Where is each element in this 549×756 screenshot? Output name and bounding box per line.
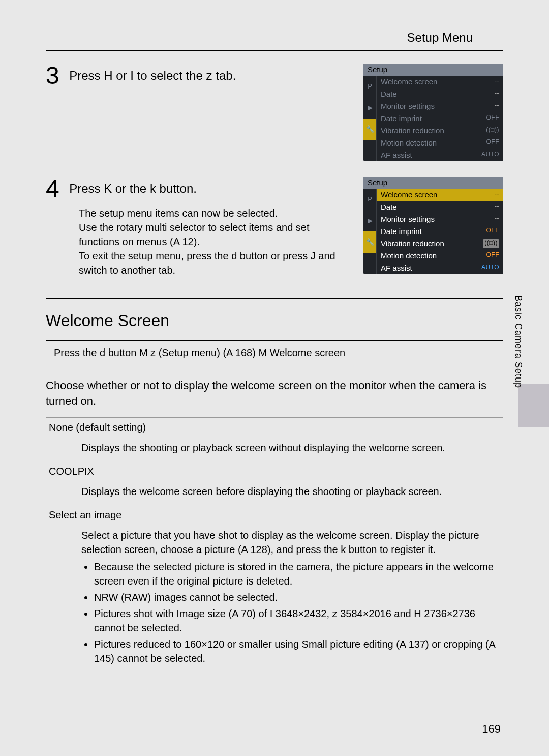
rule-mid (46, 298, 503, 299)
page-number: 169 (482, 722, 501, 736)
side-section-label: Basic Camera Setup (513, 295, 524, 388)
screen-tab-play: ▶ (363, 210, 377, 231)
step-body-line: To exit the setup menu, press the d butt… (79, 249, 351, 277)
screen-tab-empty (363, 253, 377, 274)
step-number: 3 (46, 64, 59, 88)
screen-title: Setup (363, 64, 503, 76)
step-heading: Press K or the k button. (69, 182, 197, 195)
section-intro: Choose whether or not to display the wel… (46, 378, 503, 410)
side-tab-marker (518, 384, 549, 427)
option-label: COOLPIX (46, 461, 503, 481)
option-desc: Select a picture that you have shot to d… (46, 525, 503, 674)
camera-screen-active: Setup P ▶ 🔧 Welcome screen-- Date-- Moni… (363, 177, 503, 274)
options-table: None (default setting) Displays the shoo… (46, 417, 503, 674)
step-body-line: The setup menu items can now be selected… (79, 206, 351, 220)
step-4: 4 Press K or the k button. The setup men… (46, 177, 503, 277)
option-row: Select an image Select a picture that yo… (46, 505, 503, 674)
option-bullet: Pictures shot with Image size (A 70) of … (94, 606, 500, 635)
option-label: None (default setting) (46, 418, 503, 438)
option-bullet: NRW (RAW) images cannot be selected. (94, 590, 500, 604)
step-number: 4 (46, 177, 59, 201)
step-body-line: Use the rotary multi selector to select … (79, 220, 351, 249)
option-row: None (default setting) Displays the shoo… (46, 417, 503, 461)
header-title: Setup Menu (46, 31, 503, 45)
step-heading: Press H or I to select the z tab. (69, 69, 236, 82)
screen-tab-wrench: 🔧 (363, 119, 377, 140)
option-label: Select an image (46, 505, 503, 525)
camera-screen-dim: Setup P ▶ 🔧 Welcome screen-- Date-- Moni… (363, 64, 503, 161)
rule-top (46, 50, 503, 51)
screen-tab-empty (363, 140, 377, 161)
section-title: Welcome Screen (46, 311, 503, 330)
breadcrumb: Press the d button M z (Setup menu) (A 1… (46, 340, 503, 365)
option-bullet: Pictures reduced to 160×120 or smaller u… (94, 637, 500, 665)
screen-title: Setup (363, 177, 503, 189)
option-desc: Displays the shooting or playback screen… (46, 438, 503, 461)
option-desc: Displays the welcome screen before displ… (46, 481, 503, 505)
option-row: COOLPIX Displays the welcome screen befo… (46, 461, 503, 505)
screen-tab-p: P (363, 76, 377, 97)
step-3: 3 Press H or I to select the z tab. Setu… (46, 64, 503, 161)
option-bullet: Because the selected picture is stored i… (94, 560, 500, 588)
screen-tab-p: P (363, 189, 377, 210)
screen-tab-wrench: 🔧 (363, 231, 377, 253)
screen-tab-play: ▶ (363, 97, 377, 119)
